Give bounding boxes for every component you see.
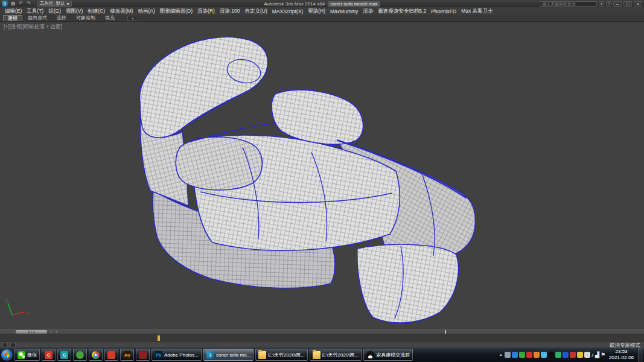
menu-animation[interactable]: 动画(A) bbox=[135, 8, 157, 15]
taskbar-explorer-1[interactable]: E:\天竹2020\国... bbox=[255, 349, 307, 361]
explorer1-label: E:\天竹2020\国... bbox=[268, 352, 304, 358]
system-tray: ▴ ♪ ▟ ⚑ 23:53 2021-02-06 bbox=[499, 348, 643, 362]
undo-icon[interactable]: ↶ bbox=[19, 1, 24, 7]
search-input[interactable] bbox=[540, 1, 597, 7]
menu-edit[interactable]: 编辑(E) bbox=[2, 8, 24, 15]
time-slider-track[interactable]: 0 / 1 ‹ › bbox=[0, 329, 644, 334]
tray-icon-blue2-app[interactable] bbox=[563, 352, 569, 358]
sofa-arm-roll bbox=[139, 37, 267, 138]
qq-penguin-icon bbox=[366, 351, 374, 359]
tray-icon-orange-app[interactable] bbox=[534, 352, 540, 358]
ribbon-tab-modeling[interactable]: 建模 bbox=[3, 15, 22, 21]
show-desktop-button[interactable] bbox=[639, 348, 643, 362]
taskbar-explorer-2[interactable]: E:\天竹2020\国... bbox=[310, 349, 362, 361]
menu-graph-editors[interactable]: 图形编辑器(D) bbox=[158, 8, 195, 15]
folder-icon bbox=[258, 351, 266, 359]
sign-in-icon[interactable]: ● bbox=[599, 1, 604, 7]
animation-key[interactable] bbox=[158, 335, 160, 341]
titlebar-separator bbox=[34, 1, 34, 6]
taskbar-3dsmax-active[interactable]: 3 coner sofa mo... bbox=[203, 349, 253, 361]
taskbar-wechat[interactable]: 微信 bbox=[14, 349, 40, 361]
redo-icon[interactable]: ↷ bbox=[26, 1, 31, 7]
action-center-flag-icon[interactable]: ⚑ bbox=[601, 352, 605, 358]
tray-icon-red-app[interactable] bbox=[526, 352, 532, 358]
explorer2-label: E:\天竹2020\国... bbox=[322, 352, 359, 358]
menu-help[interactable]: 帮助(H) bbox=[305, 8, 328, 15]
max-label: coner sofa mo... bbox=[216, 352, 250, 358]
status-icon-left-2[interactable] bbox=[10, 343, 16, 348]
status-icon-left-1[interactable] bbox=[2, 343, 8, 348]
tray-icon-red2-app[interactable] bbox=[570, 352, 576, 358]
tray-icon-skyblue-app[interactable] bbox=[541, 352, 547, 358]
taskbar-app-green[interactable] bbox=[73, 349, 87, 361]
sofa-lumbar-pillow bbox=[176, 137, 262, 190]
network-icon[interactable]: ▟ bbox=[595, 352, 599, 358]
tray-icon-printer[interactable] bbox=[505, 352, 511, 358]
app-title-text: Autodesk 3ds Max 2014 x64 bbox=[264, 1, 325, 7]
taskbar-clock[interactable]: 23:53 2021-02-06 bbox=[607, 349, 636, 360]
ribbon-collapse-icon[interactable]: ▴ bbox=[127, 16, 138, 21]
chevron-down-icon: ▾ bbox=[67, 1, 69, 7]
sofa-footrest bbox=[357, 244, 459, 323]
green-app-icon bbox=[76, 351, 84, 359]
volume-icon[interactable]: ♪ bbox=[591, 352, 595, 358]
tray-expand-icon[interactable]: ▴ bbox=[499, 352, 503, 357]
menu-archive-plugin[interactable]: 极速瘦身安全归档5.2 bbox=[375, 8, 429, 15]
ribbon-tab-object-paint[interactable]: 对象绘制 bbox=[72, 15, 100, 21]
perspective-viewport[interactable]: [+][透视][明暗处理 + 边面] bbox=[0, 22, 644, 329]
sofa-wireframe-model[interactable] bbox=[139, 37, 475, 323]
help-icon[interactable]: ? bbox=[606, 1, 611, 7]
tray-icon-yellow-app[interactable] bbox=[577, 352, 583, 358]
workspace-label: 工作区: 默认 bbox=[40, 1, 65, 7]
taskbar-audition[interactable]: Au bbox=[120, 349, 134, 361]
track-bar[interactable] bbox=[0, 334, 644, 341]
svg-text:x: x bbox=[26, 311, 28, 315]
taskbar-qq-group[interactable]: 家具建模交流群 bbox=[363, 349, 413, 361]
maximize-button[interactable]: □ bbox=[623, 1, 632, 7]
ribbon-tab-freeform[interactable]: 自由形式 bbox=[24, 15, 51, 21]
ribbon-tab-populate[interactable]: 填充 bbox=[101, 15, 119, 21]
menu-antivirus[interactable]: Max 杀毒卫士 bbox=[459, 8, 495, 15]
clock-time: 23:53 bbox=[616, 349, 628, 354]
tray-icon-green-app[interactable] bbox=[519, 352, 525, 358]
viewport-label-menu[interactable]: [+][透视][明暗处理 + 边面] bbox=[4, 24, 62, 31]
photoshop-icon: Ps bbox=[155, 351, 162, 359]
menu-render-100[interactable]: 渲染:100 bbox=[217, 8, 243, 15]
world-axis-gizmo: x y bbox=[5, 297, 28, 315]
taskbar-app-c-teal[interactable]: C bbox=[57, 349, 71, 361]
photoshop-label: Adobe Photos... bbox=[164, 352, 199, 358]
taskbar-app-darkred[interactable] bbox=[136, 349, 150, 361]
tray-icon-wechat[interactable] bbox=[555, 352, 561, 358]
workspace-selector[interactable]: 工作区: 默认 ▾ bbox=[37, 1, 72, 7]
save-icon[interactable]: ▦ bbox=[10, 1, 16, 7]
wechat-label: 微信 bbox=[27, 352, 37, 358]
menu-render-plugin[interactable]: 渲染 bbox=[360, 8, 375, 15]
tray-icon-qq[interactable] bbox=[548, 352, 554, 358]
menu-views[interactable]: 视图(V) bbox=[63, 8, 85, 15]
menu-rendering[interactable]: 渲染(R) bbox=[195, 8, 217, 15]
taskbar-photoshop[interactable]: Ps Adobe Photos... bbox=[151, 349, 202, 361]
app-icon[interactable]: 3 bbox=[2, 1, 8, 7]
tray-icon-blue-app[interactable] bbox=[512, 352, 518, 358]
tray-icon-white-app[interactable] bbox=[584, 352, 590, 358]
taskbar-chrome[interactable] bbox=[89, 349, 103, 361]
taskbar-app-red[interactable] bbox=[104, 349, 118, 361]
chrome-icon bbox=[92, 351, 100, 359]
menu-maxscript[interactable]: MAXScript(X) bbox=[270, 8, 305, 14]
viewport-3d-scene[interactable]: x y bbox=[0, 22, 644, 329]
menu-tools[interactable]: 工具(T) bbox=[24, 8, 46, 15]
menu-create[interactable]: 创建(C) bbox=[85, 8, 107, 15]
qq-label: 家具建模交流群 bbox=[376, 352, 410, 358]
start-button[interactable] bbox=[1, 349, 13, 361]
ribbon-tab-selection[interactable]: 选择 bbox=[53, 15, 71, 21]
app-titlebar: 3 ▦ ↶ ↷ 工作区: 默认 ▾ Autodesk 3ds Max 2014 … bbox=[0, 0, 644, 7]
minimize-button[interactable]: – bbox=[613, 1, 622, 7]
menu-maxmummy[interactable]: MaxMummy bbox=[328, 8, 360, 14]
taskbar-app-c-red[interactable]: C bbox=[42, 349, 56, 361]
close-button[interactable]: × bbox=[634, 1, 642, 7]
menu-phoenixfd[interactable]: PhoenixFD bbox=[429, 8, 459, 14]
ribbon-tab-row: 建模 自由形式 选择 对象绘制 填充 ▴ bbox=[0, 15, 644, 22]
menu-customize[interactable]: 自定义(U) bbox=[242, 8, 269, 15]
menu-modifiers[interactable]: 修改器(M) bbox=[107, 8, 135, 15]
menu-group[interactable]: 组(G) bbox=[46, 8, 63, 15]
